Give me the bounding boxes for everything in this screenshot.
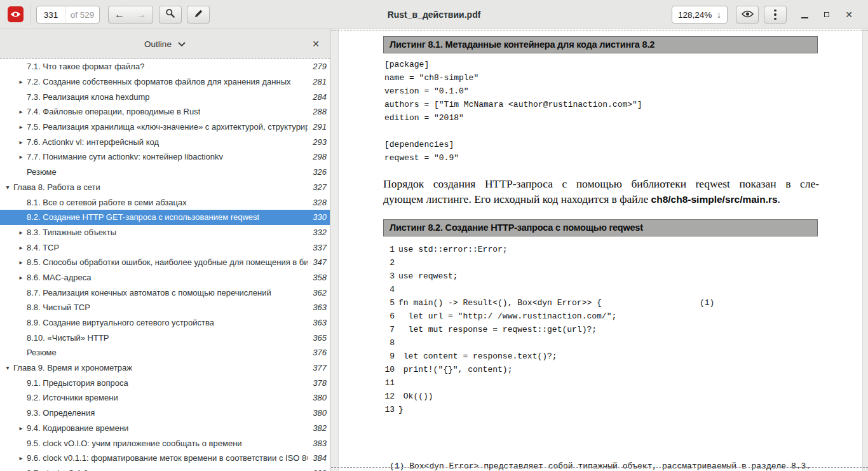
outline-item[interactable]: ▸ 7.7. Понимание сути actionkv: контейне…: [0, 149, 330, 165]
toolbar-separator: [30, 4, 31, 25]
code-line: 2: [384, 256, 616, 270]
outline-item-label: 9.6. clock v0.1.1: форматирование меток …: [27, 453, 308, 463]
zoom-dropdown-arrow-icon[interactable]: ↓: [717, 10, 721, 20]
outline-item-page: 347: [308, 257, 330, 267]
annotate-button[interactable]: [187, 6, 210, 24]
expander-icon[interactable]: ▸: [17, 123, 25, 130]
close-icon: ✕: [845, 10, 853, 20]
outline-item[interactable]: ▸ 9.7. clock vO.1.2: установка времени 3…: [0, 466, 330, 471]
code-line: 12 Ok(()): [384, 390, 616, 403]
expander-icon[interactable]: ▸: [17, 108, 25, 115]
expander-icon[interactable]: ▸: [17, 425, 25, 432]
outline-item[interactable]: ▸ 9.4. Кодирование времени 382: [0, 421, 330, 436]
code-text: let url = "http:/ /www.rustinaction.com/…: [398, 311, 616, 321]
outline-item[interactable]: 9.2. Источники времени 380: [0, 390, 330, 406]
view-options-button[interactable]: [736, 6, 759, 24]
minimize-button[interactable]: [796, 7, 813, 22]
outline-item[interactable]: 8.9. Создание виртуального сетевого устр…: [0, 315, 330, 331]
outline-item[interactable]: 7.1. Что такое формат файла? 279: [0, 59, 330, 74]
expander-icon[interactable]: ▸: [17, 244, 25, 251]
expander-icon[interactable]: ▸: [17, 274, 25, 281]
outline-item[interactable]: 8.7. Реализация конечных автоматов с пом…: [0, 285, 330, 300]
outline-item[interactable]: 9.5. clock vO.l.O: учим приложение сообщ…: [0, 435, 330, 451]
line-number: 5: [384, 296, 395, 310]
document-area[interactable]: Листинг 8.1. Метаданные контейнера для к…: [331, 29, 868, 471]
back-button[interactable]: ←: [108, 6, 131, 24]
outline-item[interactable]: ▾ Глава 9. Время и хронометраж 377: [0, 360, 330, 376]
listing-8-2-code: 1use std::error::Error;23use reqwest;45f…: [384, 243, 616, 416]
outline-item[interactable]: 9.3. Определения 380: [0, 406, 330, 421]
outline-item[interactable]: ▸ 8.3. Типажные объекты 332: [0, 225, 330, 240]
forward-button[interactable]: →: [130, 6, 153, 24]
code-text: }: [398, 405, 403, 414]
page-current-value[interactable]: 331: [37, 6, 65, 23]
expander-icon[interactable]: ▸: [17, 78, 25, 85]
outline-item-page: 330: [308, 212, 330, 222]
titlebar: 331 of 529 ← → Rust_в_действии.pdf 128,2…: [0, 0, 868, 29]
outline-item[interactable]: 7.3. Реализация клона hexdump 284: [0, 89, 330, 104]
search-button[interactable]: [159, 6, 182, 24]
outline-item-label: 8.1. Все о сетевой работе в семи абзацах: [27, 198, 187, 207]
outline-item[interactable]: 9.1. Предыстория вопроса 378: [0, 375, 330, 390]
code-line: name = "ch8-simple": [384, 71, 642, 85]
outline-item-label: 7.7. Понимание сути actionkv: контейнер …: [27, 152, 223, 161]
page-number-entry[interactable]: 331 of 529: [36, 6, 100, 24]
outline-item-label: 9.1. Предыстория вопроса: [27, 378, 128, 388]
close-window-button[interactable]: ✕: [841, 7, 857, 22]
outline-item-page: 288: [308, 107, 330, 116]
outline-item[interactable]: ▸ 8.4. TCP 337: [0, 240, 330, 255]
app-logo-eye-icon: [8, 6, 24, 22]
code-line: edition = "2018": [384, 111, 642, 125]
outline-item[interactable]: 8.2. Создание HTTP GET-запроса с использ…: [0, 210, 330, 225]
outline-item[interactable]: 8.8. Чистый TCP 363: [0, 300, 330, 315]
line-number: 6: [384, 310, 395, 323]
outline-item-page: 384: [308, 453, 330, 463]
outline-item-label: 8.8. Чистый TCP: [27, 303, 90, 312]
arrow-left-icon: ←: [114, 9, 125, 20]
zoom-level-value: 128,24%: [678, 10, 712, 20]
chevron-down-icon: [178, 39, 186, 49]
expander-icon[interactable]: ▸: [17, 259, 25, 266]
expander-icon[interactable]: ▾: [3, 184, 12, 191]
outline-item[interactable]: ▸ 7.4. Файловые операции, проводимые в R…: [0, 104, 330, 119]
outline-item-label: 7.1. Что такое формат файла?: [27, 62, 144, 71]
outline-item-page: 284: [308, 92, 330, 102]
outline-item[interactable]: Резюме 326: [0, 165, 330, 180]
pdf-page: Листинг 8.1. Метаданные контейнера для к…: [338, 29, 863, 471]
code-line: 8: [384, 336, 616, 350]
body-paragraph: Порядок создания HTTP-запроса с помощью …: [383, 177, 819, 207]
outline-item[interactable]: ▸ 7.6. Actionkv vl: интерфейсный код 293: [0, 134, 330, 149]
outline-item[interactable]: ▸ 8.5. Способы обработки ошибок, наиболе…: [0, 255, 330, 270]
outline-item[interactable]: 8.1. Все о сетевой работе в семи абзацах…: [0, 195, 330, 210]
outline-item[interactable]: 8.10. «Чистый» HTTP 365: [0, 330, 330, 345]
code-line: 7 let mut response = reqwest::get(url)?;: [384, 323, 616, 336]
outline-item-page: 281: [308, 77, 330, 86]
expander-icon[interactable]: ▾: [3, 364, 12, 371]
search-icon: [165, 8, 175, 21]
outline-item[interactable]: ▸ 7.2. Создание собственных форматов фай…: [0, 74, 330, 90]
outline-item[interactable]: ▸ 7.5. Реализация хранилища «ключ-значен…: [0, 119, 330, 135]
outline-item-page: 392: [308, 468, 330, 471]
outline-item-label: 7.5. Реализация хранилища «ключ-значение…: [27, 122, 308, 132]
expander-icon[interactable]: ▸: [17, 454, 25, 461]
menu-button[interactable]: [764, 6, 787, 24]
code-line: version = "0.1.0": [384, 85, 642, 98]
listing-8-2-header: Листинг 8.2. Создание HTTP-запроса с пом…: [383, 219, 818, 236]
expander-icon[interactable]: ▸: [17, 153, 25, 160]
outline-item-label: 7.2. Создание собственных форматов файло…: [27, 77, 291, 86]
outline-item[interactable]: ▸ 9.6. clock v0.1.1: форматирование мето…: [0, 451, 330, 466]
expander-icon[interactable]: ▸: [17, 229, 25, 236]
outline-item-page: 365: [308, 333, 330, 343]
outline-item[interactable]: ▾ Глава 8. Работа в сети 327: [0, 180, 330, 195]
sidebar-mode-dropdown[interactable]: Outline: [144, 39, 186, 49]
outline-item[interactable]: Резюме 376: [0, 345, 330, 360]
expander-icon[interactable]: ▸: [17, 139, 25, 146]
sidebar-close-button[interactable]: ✕: [312, 29, 320, 58]
code-text: use reqwest;: [398, 271, 458, 281]
outline-item-label: 7.6. Actionkv vl: интерфейсный код: [27, 137, 159, 147]
outline-item[interactable]: ▸ 8.6. MAC-адреса 358: [0, 270, 330, 285]
code-line: reqwest = "0.9": [384, 151, 642, 165]
zoom-level-entry[interactable]: 128,24% ↓: [672, 6, 728, 24]
maximize-button[interactable]: [818, 7, 835, 22]
outline-item-page: 291: [308, 122, 330, 132]
